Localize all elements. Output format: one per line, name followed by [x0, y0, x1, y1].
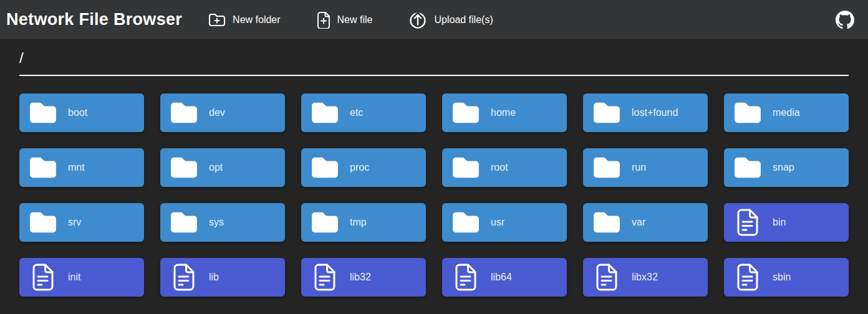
tile-label: etc [350, 107, 363, 118]
folder-tile-sys[interactable]: sys [160, 203, 285, 242]
upload-files-label: Upload file(s) [434, 14, 493, 26]
file-tile-lib64[interactable]: lib64 [442, 258, 567, 297]
file-tile-sbin[interactable]: sbin [724, 258, 849, 297]
file-icon [592, 263, 622, 292]
tile-label: usr [491, 217, 504, 228]
file-tile-lib32[interactable]: lib32 [301, 258, 426, 297]
new-file-label: New file [337, 14, 373, 26]
upload-icon [408, 11, 427, 29]
folder-icon [28, 211, 58, 234]
folder-tile-etc[interactable]: etc [301, 93, 426, 132]
breadcrumb-path[interactable]: / [19, 49, 24, 67]
folder-icon [310, 211, 340, 234]
folder-tile-srv[interactable]: srv [19, 203, 144, 242]
folder-icon [310, 101, 340, 125]
github-icon[interactable] [836, 11, 854, 29]
folder-icon [733, 101, 763, 125]
tile-label: home [491, 107, 516, 118]
tile-label: dev [209, 107, 225, 118]
file-tile-init[interactable]: init [19, 258, 144, 297]
tile-label: lib64 [491, 272, 512, 283]
tile-label: tmp [350, 217, 367, 228]
folder-tile-root[interactable]: root [442, 148, 567, 187]
new-folder-button[interactable]: New folder [206, 8, 282, 32]
new-file-button[interactable]: New file [314, 7, 375, 32]
tile-label: init [68, 272, 80, 283]
folder-tile-tmp[interactable]: tmp [301, 203, 426, 242]
folder-tile-mnt[interactable]: mnt [19, 148, 144, 187]
file-icon [169, 263, 199, 292]
tile-label: lib32 [350, 272, 371, 283]
file-icon [28, 263, 58, 292]
folder-icon [733, 156, 763, 179]
folder-tile-usr[interactable]: usr [442, 203, 567, 242]
upload-files-button[interactable]: Upload file(s) [406, 7, 495, 33]
folder-icon [28, 156, 58, 179]
tile-label: proc [350, 162, 369, 173]
folder-tile-dev[interactable]: dev [160, 93, 285, 132]
tile-label: bin [773, 217, 786, 228]
file-tile-libx32[interactable]: libx32 [583, 258, 708, 297]
tile-label: snap [773, 162, 794, 173]
file-icon [310, 263, 340, 292]
folder-tile-run[interactable]: run [583, 148, 708, 187]
file-tile-lib[interactable]: lib [160, 258, 285, 297]
new-folder-icon [208, 12, 226, 28]
tile-label: boot [68, 107, 87, 118]
folder-tile-boot[interactable]: boot [19, 93, 144, 132]
tile-label: mnt [68, 162, 85, 173]
tile-label: srv [68, 217, 81, 228]
folder-tile-var[interactable]: var [583, 203, 708, 242]
folder-icon [169, 156, 199, 179]
tile-label: media [773, 107, 800, 118]
main-content: / boot dev etc home lost+found [0, 39, 868, 297]
folder-icon [451, 156, 481, 179]
folder-icon [451, 211, 481, 234]
folder-icon [592, 156, 622, 179]
folder-icon [310, 156, 340, 179]
folder-tile-snap[interactable]: snap [724, 148, 849, 187]
file-icon [451, 263, 481, 292]
tile-label: lost+found [632, 107, 678, 118]
folder-icon [28, 101, 58, 125]
tile-label: root [491, 162, 508, 173]
new-folder-label: New folder [233, 14, 280, 26]
tile-label: opt [209, 162, 223, 173]
folder-icon [169, 101, 199, 125]
tile-label: sys [209, 217, 224, 228]
file-icon [733, 208, 763, 237]
file-icon [733, 263, 763, 292]
tile-label: sbin [773, 272, 791, 283]
tile-label: var [632, 217, 645, 228]
folder-tile-home[interactable]: home [442, 93, 567, 132]
file-grid: boot dev etc home lost+found media [19, 93, 849, 297]
folder-icon [451, 101, 481, 125]
tile-label: lib [209, 272, 219, 283]
tile-label: run [632, 162, 646, 173]
tile-label: libx32 [632, 272, 658, 283]
folder-icon [169, 211, 199, 234]
path-divider [19, 75, 849, 76]
file-tile-bin[interactable]: bin [724, 203, 849, 242]
app-header: Network File Browser New folder New file [0, 0, 868, 39]
folder-tile-proc[interactable]: proc [301, 148, 426, 187]
folder-tile-media[interactable]: media [724, 93, 849, 132]
folder-tile-lost+found[interactable]: lost+found [583, 93, 708, 132]
folder-icon [592, 211, 622, 234]
new-file-icon [317, 11, 330, 29]
app-title: Network File Browser [6, 10, 182, 29]
folder-icon [592, 101, 622, 125]
folder-tile-opt[interactable]: opt [160, 148, 285, 187]
